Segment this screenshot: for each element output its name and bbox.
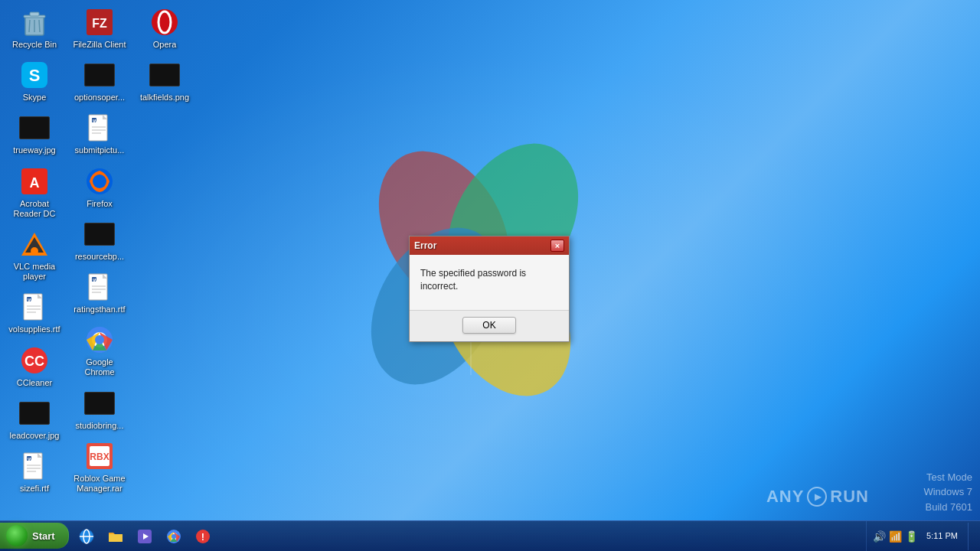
- talkfields-icon: [149, 60, 180, 90]
- svg-text:A: A: [30, 175, 40, 191]
- error-dialog: Error × The specified password is incorr…: [409, 236, 570, 342]
- recycle-bin-label: Recycle Bin: [12, 40, 57, 50]
- firefox-icon: [84, 166, 115, 197]
- desktop-icons-container: Recycle Bin S Skype trueway.jpg A: [4, 4, 188, 497]
- icon-recycle-bin[interactable]: Recycle Bin: [4, 4, 65, 53]
- leadcover-icon: [19, 398, 50, 429]
- optionsoper-icon: [84, 60, 115, 90]
- studiobring-label: studiobring...: [76, 421, 124, 431]
- svg-point-60: [152, 9, 178, 35]
- leadcover-label: leadcover.jpg: [10, 431, 60, 441]
- volsupplies-label: volsupplies.rtf: [8, 324, 60, 334]
- icon-ratingsthan[interactable]: W ratingsthan.rtf: [69, 269, 130, 318]
- svg-text:!: !: [201, 531, 204, 543]
- ccleaner-icon: CC: [19, 345, 50, 376]
- svg-point-19: [31, 247, 38, 255]
- icon-submitpictu[interactable]: W submitpictu...: [69, 109, 130, 158]
- dialog-body: The specified password is incorrect.: [410, 255, 569, 310]
- taskbar-ie-icon[interactable]: [73, 523, 100, 550]
- svg-point-56: [95, 335, 104, 344]
- filezilla-icon: FZ: [84, 7, 115, 37]
- taskbar-folder-icon[interactable]: [102, 523, 129, 550]
- svg-text:FZ: FZ: [92, 17, 107, 30]
- submitpictu-label: submitpictu...: [75, 145, 125, 155]
- icon-filezilla[interactable]: FZ FileZilla Client: [69, 4, 130, 53]
- taskbar-media-icon[interactable]: [131, 523, 158, 550]
- battery-icon[interactable]: 🔋: [905, 530, 918, 543]
- icon-google-chrome[interactable]: Google Chrome: [69, 321, 130, 380]
- icon-firefox[interactable]: Firefox: [69, 163, 130, 212]
- roblox-icon: RBX: [84, 441, 115, 471]
- taskbar-right: 🔊 📶 🔋 5:11 PM: [866, 521, 980, 551]
- dialog-footer: OK: [410, 310, 569, 341]
- icon-studiobring[interactable]: studiobring...: [69, 385, 130, 434]
- svg-point-70: [172, 534, 176, 539]
- trueway-jpg-icon: [19, 112, 50, 143]
- icon-opera[interactable]: Opera: [134, 4, 195, 53]
- svg-rect-65: [109, 534, 122, 542]
- svg-text:W: W: [93, 278, 98, 283]
- chrome-icon: [84, 324, 115, 355]
- opera-label: Opera: [153, 40, 177, 50]
- acrobat-reader-icon: A: [19, 166, 50, 197]
- taskbar-chrome-icon[interactable]: [160, 523, 188, 550]
- taskbar-items: !: [69, 521, 866, 551]
- start-orb-icon: [6, 525, 28, 546]
- svg-text:S: S: [29, 66, 41, 85]
- svg-rect-9: [30, 12, 39, 16]
- vlc-label: VLC media player: [7, 262, 62, 282]
- studiobring-icon: [84, 388, 115, 419]
- icon-ccleaner[interactable]: CC CCleaner: [4, 342, 65, 391]
- firefox-label: Firefox: [87, 199, 113, 209]
- skype-label: Skype: [23, 93, 47, 103]
- icon-volsupplies-rtf[interactable]: W volsupplies.rtf: [4, 289, 65, 337]
- show-desktop-button[interactable]: [968, 523, 974, 550]
- dialog-close-button[interactable]: ×: [550, 240, 564, 252]
- volume-icon[interactable]: 🔊: [873, 530, 886, 543]
- icon-optionsoper[interactable]: optionsoper...: [69, 57, 130, 106]
- ratingsthan-label: ratingsthan.rtf: [74, 305, 125, 315]
- icon-vlc-media-player[interactable]: VLC media player: [4, 226, 65, 285]
- roblox-label: Roblox Game Manager.rar: [72, 474, 127, 494]
- acrobat-reader-label: Acrobat Reader DC: [7, 199, 62, 219]
- svg-point-46: [93, 174, 106, 188]
- filezilla-label: FileZilla Client: [73, 40, 126, 50]
- svg-line-12: [39, 20, 40, 32]
- svg-text:W: W: [28, 457, 33, 462]
- dialog-message: The specified password is incorrect.: [420, 267, 558, 293]
- network-icon[interactable]: 📶: [889, 530, 902, 543]
- icon-roblox-game-manager[interactable]: RBX Roblox Game Manager.rar: [69, 438, 130, 497]
- icon-sizefi-rtf[interactable]: W sizefi.rtf: [4, 448, 65, 497]
- recycle-bin-icon: [19, 7, 50, 37]
- volsupplies-icon: W: [19, 292, 50, 322]
- icon-skype[interactable]: S Skype: [4, 57, 65, 106]
- svg-text:CC: CC: [24, 354, 44, 369]
- dialog-title: Error: [414, 240, 436, 251]
- desktop: Recycle Bin S Skype trueway.jpg A: [0, 0, 980, 551]
- svg-text:W: W: [93, 119, 98, 124]
- svg-text:RBX: RBX: [90, 452, 109, 462]
- skype-icon: S: [19, 60, 50, 90]
- vlc-icon: [19, 229, 50, 259]
- system-tray: 🔊 📶 🔋: [873, 530, 918, 543]
- opera-icon: [149, 7, 180, 37]
- taskbar-security-icon[interactable]: !: [189, 523, 217, 550]
- dialog-titlebar: Error ×: [410, 236, 569, 255]
- resourcebp-icon: [84, 219, 115, 249]
- submitpictu-icon: W: [84, 112, 115, 143]
- ok-button[interactable]: OK: [462, 317, 516, 334]
- optionsoper-label: optionsoper...: [74, 93, 125, 103]
- svg-line-10: [29, 20, 30, 32]
- clock-time: 5:11 PM: [926, 530, 958, 542]
- sizefi-label: sizefi.rtf: [20, 484, 49, 494]
- icon-talkfields-png[interactable]: talkfields.png: [134, 57, 195, 106]
- icon-resourcebp[interactable]: resourcebp...: [69, 216, 130, 265]
- icon-leadcover-jpg[interactable]: leadcover.jpg: [4, 395, 65, 444]
- sizefi-icon: W: [19, 451, 50, 481]
- icon-acrobat-reader[interactable]: A Acrobat Reader DC: [4, 163, 65, 222]
- start-button[interactable]: Start: [0, 523, 69, 549]
- system-clock[interactable]: 5:11 PM: [923, 530, 962, 542]
- chrome-label: Google Chrome: [72, 357, 127, 377]
- start-label: Start: [32, 530, 55, 542]
- icon-trueway-jpg[interactable]: trueway.jpg: [4, 109, 65, 158]
